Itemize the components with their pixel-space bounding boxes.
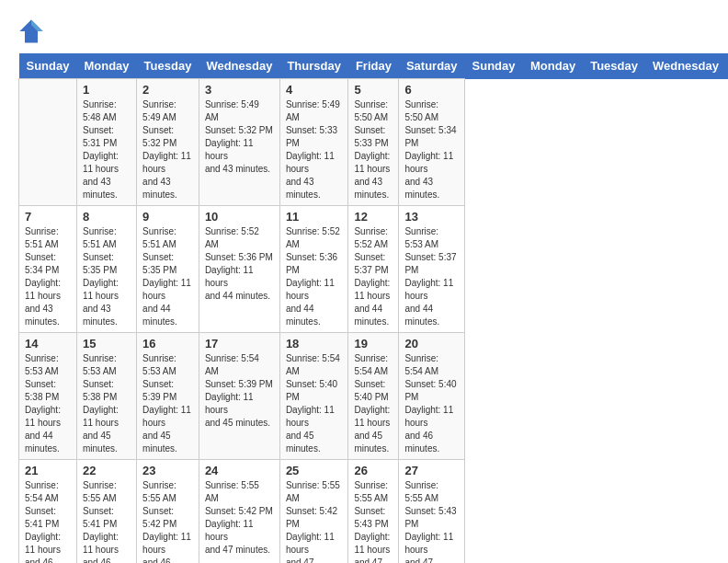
calendar-cell: 13Sunrise: 5:53 AM Sunset: 5:37 PM Dayli… bbox=[399, 206, 465, 333]
day-info: Sunrise: 5:55 AM Sunset: 5:41 PM Dayligh… bbox=[83, 479, 131, 563]
day-number: 1 bbox=[83, 83, 131, 97]
day-info: Sunrise: 5:54 AM Sunset: 5:40 PM Dayligh… bbox=[354, 352, 392, 455]
day-number: 26 bbox=[354, 464, 392, 477]
calendar-cell: 21Sunrise: 5:54 AM Sunset: 5:41 PM Dayli… bbox=[19, 460, 77, 564]
calendar-cell: 9Sunrise: 5:51 AM Sunset: 5:35 PM Daylig… bbox=[137, 206, 199, 333]
day-number: 7 bbox=[25, 210, 71, 224]
day-info: Sunrise: 5:53 AM Sunset: 5:38 PM Dayligh… bbox=[83, 352, 131, 455]
calendar-cell: 1Sunrise: 5:48 AM Sunset: 5:31 PM Daylig… bbox=[76, 79, 136, 206]
day-info: Sunrise: 5:51 AM Sunset: 5:35 PM Dayligh… bbox=[142, 225, 193, 328]
logo bbox=[18, 18, 48, 44]
calendar-cell: 7Sunrise: 5:51 AM Sunset: 5:34 PM Daylig… bbox=[19, 206, 77, 333]
calendar-cell: 8Sunrise: 5:51 AM Sunset: 5:35 PM Daylig… bbox=[76, 206, 136, 333]
calendar-header-sunday: Sunday bbox=[19, 53, 77, 79]
day-number: 19 bbox=[354, 337, 392, 350]
calendar-cell: 6Sunrise: 5:50 AM Sunset: 5:34 PM Daylig… bbox=[399, 79, 465, 206]
calendar-header-monday: Monday bbox=[76, 53, 136, 79]
calendar-cell: 2Sunrise: 5:49 AM Sunset: 5:32 PM Daylig… bbox=[137, 79, 199, 206]
day-info: Sunrise: 5:53 AM Sunset: 5:39 PM Dayligh… bbox=[142, 352, 193, 455]
day-info: Sunrise: 5:51 AM Sunset: 5:34 PM Dayligh… bbox=[25, 225, 71, 328]
calendar-cell: 25Sunrise: 5:55 AM Sunset: 5:42 PM Dayli… bbox=[279, 460, 348, 564]
calendar-cell: 27Sunrise: 5:55 AM Sunset: 5:43 PM Dayli… bbox=[399, 460, 465, 564]
day-number: 3 bbox=[205, 83, 274, 97]
calendar-cell: 20Sunrise: 5:54 AM Sunset: 5:40 PM Dayli… bbox=[399, 333, 465, 460]
day-number: 2 bbox=[142, 83, 193, 97]
calendar-cell: 12Sunrise: 5:52 AM Sunset: 5:37 PM Dayli… bbox=[348, 206, 399, 333]
day-info: Sunrise: 5:54 AM Sunset: 5:40 PM Dayligh… bbox=[404, 352, 459, 455]
day-number: 5 bbox=[354, 83, 392, 97]
day-info: Sunrise: 5:55 AM Sunset: 5:42 PM Dayligh… bbox=[205, 479, 274, 557]
day-info: Sunrise: 5:55 AM Sunset: 5:42 PM Dayligh… bbox=[142, 479, 193, 563]
day-number: 17 bbox=[205, 337, 274, 350]
calendar-week-1: 1Sunrise: 5:48 AM Sunset: 5:31 PM Daylig… bbox=[19, 79, 729, 206]
day-info: Sunrise: 5:55 AM Sunset: 5:43 PM Dayligh… bbox=[404, 479, 459, 563]
calendar-header-saturday: Saturday bbox=[399, 53, 465, 79]
day-number: 25 bbox=[286, 464, 343, 477]
calendar-header-tuesday: Tuesday bbox=[583, 53, 645, 79]
day-number: 11 bbox=[286, 210, 343, 224]
day-info: Sunrise: 5:53 AM Sunset: 5:38 PM Dayligh… bbox=[25, 352, 71, 455]
day-number: 27 bbox=[404, 464, 459, 477]
calendar-cell: 19Sunrise: 5:54 AM Sunset: 5:40 PM Dayli… bbox=[348, 333, 399, 460]
calendar-cell bbox=[19, 79, 77, 206]
day-number: 6 bbox=[404, 83, 459, 97]
day-info: Sunrise: 5:49 AM Sunset: 5:33 PM Dayligh… bbox=[286, 98, 343, 201]
calendar-header-row: SundayMondayTuesdayWednesdayThursdayFrid… bbox=[19, 53, 729, 79]
day-number: 21 bbox=[25, 464, 71, 477]
calendar-cell: 15Sunrise: 5:53 AM Sunset: 5:38 PM Dayli… bbox=[76, 333, 136, 460]
day-number: 16 bbox=[142, 337, 193, 350]
day-info: Sunrise: 5:48 AM Sunset: 5:31 PM Dayligh… bbox=[83, 98, 131, 201]
day-info: Sunrise: 5:49 AM Sunset: 5:32 PM Dayligh… bbox=[205, 98, 274, 176]
day-number: 4 bbox=[286, 83, 343, 97]
calendar-header-friday: Friday bbox=[348, 53, 399, 79]
day-number: 8 bbox=[83, 210, 131, 224]
calendar-cell: 5Sunrise: 5:50 AM Sunset: 5:33 PM Daylig… bbox=[348, 79, 399, 206]
calendar-cell: 14Sunrise: 5:53 AM Sunset: 5:38 PM Dayli… bbox=[19, 333, 77, 460]
day-number: 14 bbox=[25, 337, 71, 350]
calendar-cell: 17Sunrise: 5:54 AM Sunset: 5:39 PM Dayli… bbox=[199, 333, 279, 460]
day-info: Sunrise: 5:55 AM Sunset: 5:42 PM Dayligh… bbox=[286, 479, 343, 563]
day-number: 12 bbox=[354, 210, 392, 224]
day-number: 22 bbox=[83, 464, 131, 477]
calendar-week-2: 7Sunrise: 5:51 AM Sunset: 5:34 PM Daylig… bbox=[19, 206, 729, 333]
day-number: 9 bbox=[142, 210, 193, 224]
calendar-table: SundayMondayTuesdayWednesdayThursdayFrid… bbox=[18, 53, 728, 563]
calendar-header-thursday: Thursday bbox=[279, 53, 348, 79]
calendar-cell: 3Sunrise: 5:49 AM Sunset: 5:32 PM Daylig… bbox=[199, 79, 279, 206]
day-info: Sunrise: 5:54 AM Sunset: 5:41 PM Dayligh… bbox=[25, 479, 71, 563]
page-header bbox=[18, 18, 710, 44]
day-info: Sunrise: 5:50 AM Sunset: 5:34 PM Dayligh… bbox=[404, 98, 459, 201]
day-number: 20 bbox=[404, 337, 459, 350]
logo-icon bbox=[18, 18, 44, 44]
calendar-cell: 22Sunrise: 5:55 AM Sunset: 5:41 PM Dayli… bbox=[76, 460, 136, 564]
calendar-header-monday: Monday bbox=[523, 53, 583, 79]
day-number: 10 bbox=[205, 210, 274, 224]
calendar-header-wednesday: Wednesday bbox=[645, 53, 726, 79]
calendar-cell: 23Sunrise: 5:55 AM Sunset: 5:42 PM Dayli… bbox=[137, 460, 199, 564]
calendar-cell: 18Sunrise: 5:54 AM Sunset: 5:40 PM Dayli… bbox=[279, 333, 348, 460]
day-info: Sunrise: 5:51 AM Sunset: 5:35 PM Dayligh… bbox=[83, 225, 131, 328]
calendar-cell: 16Sunrise: 5:53 AM Sunset: 5:39 PM Dayli… bbox=[137, 333, 199, 460]
calendar-cell: 10Sunrise: 5:52 AM Sunset: 5:36 PM Dayli… bbox=[199, 206, 279, 333]
calendar-cell: 4Sunrise: 5:49 AM Sunset: 5:33 PM Daylig… bbox=[279, 79, 348, 206]
day-number: 15 bbox=[83, 337, 131, 350]
day-number: 18 bbox=[286, 337, 343, 350]
day-info: Sunrise: 5:54 AM Sunset: 5:39 PM Dayligh… bbox=[205, 352, 274, 430]
day-info: Sunrise: 5:52 AM Sunset: 5:36 PM Dayligh… bbox=[286, 225, 343, 328]
day-info: Sunrise: 5:54 AM Sunset: 5:40 PM Dayligh… bbox=[286, 352, 343, 455]
calendar-header-sunday: Sunday bbox=[465, 53, 523, 79]
day-number: 13 bbox=[404, 210, 459, 224]
day-info: Sunrise: 5:52 AM Sunset: 5:37 PM Dayligh… bbox=[354, 225, 392, 328]
day-info: Sunrise: 5:49 AM Sunset: 5:32 PM Dayligh… bbox=[142, 98, 193, 201]
calendar-header-wednesday: Wednesday bbox=[199, 53, 279, 79]
day-info: Sunrise: 5:50 AM Sunset: 5:33 PM Dayligh… bbox=[354, 98, 392, 201]
day-number: 24 bbox=[205, 464, 274, 477]
calendar-cell: 11Sunrise: 5:52 AM Sunset: 5:36 PM Dayli… bbox=[279, 206, 348, 333]
calendar-week-3: 14Sunrise: 5:53 AM Sunset: 5:38 PM Dayli… bbox=[19, 333, 729, 460]
calendar-cell: 26Sunrise: 5:55 AM Sunset: 5:43 PM Dayli… bbox=[348, 460, 399, 564]
day-info: Sunrise: 5:55 AM Sunset: 5:43 PM Dayligh… bbox=[354, 479, 392, 563]
calendar-cell: 24Sunrise: 5:55 AM Sunset: 5:42 PM Dayli… bbox=[199, 460, 279, 564]
day-number: 23 bbox=[142, 464, 193, 477]
day-info: Sunrise: 5:53 AM Sunset: 5:37 PM Dayligh… bbox=[404, 225, 459, 328]
calendar-week-4: 21Sunrise: 5:54 AM Sunset: 5:41 PM Dayli… bbox=[19, 460, 729, 564]
